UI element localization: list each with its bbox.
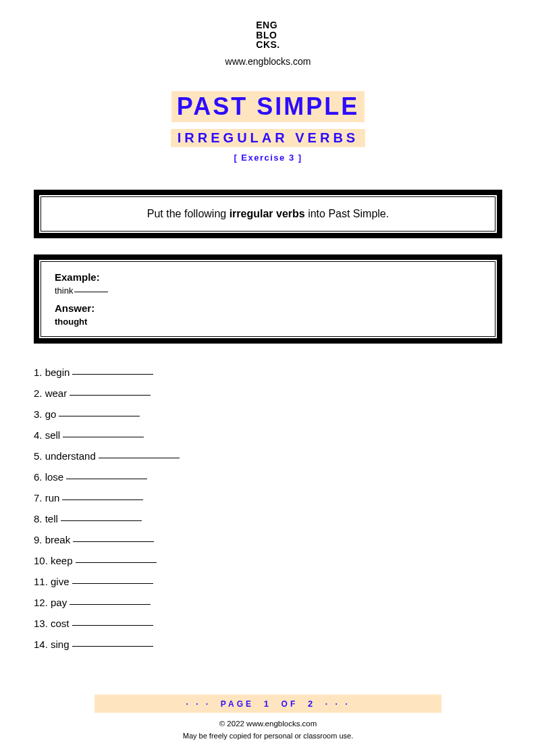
answer-blank[interactable] bbox=[70, 604, 151, 605]
title-main: PAST SIMPLE bbox=[171, 91, 365, 122]
question-number: 5. bbox=[34, 450, 45, 462]
question-word: sing bbox=[51, 639, 70, 650]
pager: · · · PAGE 1 OF 2 · · · bbox=[95, 695, 441, 713]
question-row: 5. understand bbox=[34, 450, 502, 462]
question-word: tell bbox=[45, 513, 58, 524]
question-row: 10. keep bbox=[34, 555, 502, 566]
question-number: 10. bbox=[34, 555, 51, 566]
logo: ENG BLO CKS. bbox=[256, 20, 279, 50]
question-number: 6. bbox=[34, 471, 45, 483]
question-number: 12. bbox=[34, 597, 51, 608]
instruction-bold: irregular verbs bbox=[230, 208, 305, 219]
pager-total: 2 bbox=[308, 699, 315, 709]
instruction-prefix: Put the following bbox=[147, 208, 230, 219]
question-number: 9. bbox=[34, 534, 45, 545]
question-row: 4. sell bbox=[34, 429, 502, 441]
answer-blank[interactable] bbox=[62, 500, 143, 500]
pager-dots-right: · · · bbox=[325, 699, 350, 709]
question-word: cost bbox=[51, 618, 70, 629]
question-number: 8. bbox=[34, 513, 45, 524]
pager-word-of: OF bbox=[282, 699, 298, 709]
title-sub: IRREGULAR VERBS bbox=[171, 129, 365, 147]
instruction-suffix: into Past Simple. bbox=[305, 208, 390, 219]
instruction-text: Put the following irregular verbs into P… bbox=[41, 196, 495, 232]
answer-blank[interactable] bbox=[72, 374, 153, 375]
answer-blank[interactable] bbox=[72, 583, 153, 584]
question-row: 7. run bbox=[34, 492, 502, 504]
pager-current: 1 bbox=[264, 699, 271, 709]
answer-value: thought bbox=[55, 317, 481, 327]
question-word: pay bbox=[51, 597, 67, 608]
question-row: 11. give bbox=[34, 576, 502, 587]
answer-blank[interactable] bbox=[73, 541, 154, 542]
logo-line-1: ENG bbox=[256, 20, 279, 30]
question-word: lose bbox=[45, 471, 64, 483]
answer-blank[interactable] bbox=[59, 416, 140, 416]
question-row: 8. tell bbox=[34, 513, 502, 524]
example-blank[interactable] bbox=[74, 292, 108, 292]
answer-blank[interactable] bbox=[72, 646, 153, 647]
question-number: 7. bbox=[34, 492, 45, 504]
footer: · · · PAGE 1 OF 2 · · · © 2022 www.engbl… bbox=[34, 695, 502, 740]
question-row: 12. pay bbox=[34, 597, 502, 608]
example-box: Example: think Answer: thought bbox=[34, 254, 502, 344]
exercise-label: [ Exercise 3 ] bbox=[34, 153, 502, 163]
answer-label: Answer: bbox=[55, 302, 481, 314]
answer-blank[interactable] bbox=[99, 458, 180, 458]
question-row: 3. go bbox=[34, 408, 502, 420]
question-word: wear bbox=[45, 387, 68, 399]
header: ENG BLO CKS. www.engblocks.com bbox=[34, 20, 502, 67]
answer-blank[interactable] bbox=[72, 625, 153, 626]
pager-word-page: PAGE bbox=[221, 699, 254, 709]
example-word: think bbox=[55, 286, 73, 296]
logo-dot: . bbox=[277, 39, 279, 50]
example-label: Example: bbox=[55, 271, 481, 283]
question-number: 13. bbox=[34, 618, 51, 629]
question-word: sell bbox=[45, 429, 61, 441]
question-word: break bbox=[45, 534, 71, 545]
question-word: go bbox=[45, 408, 57, 420]
copyright: © 2022 www.engblocks.com bbox=[34, 720, 502, 728]
question-number: 3. bbox=[34, 408, 45, 420]
answer-blank[interactable] bbox=[63, 437, 144, 437]
question-number: 11. bbox=[34, 576, 51, 587]
question-number: 14. bbox=[34, 639, 51, 650]
question-word: begin bbox=[45, 367, 70, 378]
answer-blank[interactable] bbox=[76, 562, 157, 563]
question-row: 13. cost bbox=[34, 618, 502, 629]
answer-blank[interactable] bbox=[61, 520, 142, 521]
question-row: 1. begin bbox=[34, 367, 502, 378]
logo-line-3: CKS. bbox=[256, 40, 279, 50]
question-row: 6. lose bbox=[34, 471, 502, 483]
question-word: understand bbox=[45, 450, 96, 462]
question-row: 9. break bbox=[34, 534, 502, 545]
question-word: run bbox=[45, 492, 60, 504]
question-word: give bbox=[51, 576, 70, 587]
logo-line-2: BLO bbox=[256, 30, 279, 40]
question-row: 2. wear bbox=[34, 387, 502, 399]
license: May be freely copied for personal or cla… bbox=[34, 732, 502, 740]
question-row: 14. sing bbox=[34, 639, 502, 650]
question-word: keep bbox=[51, 555, 73, 566]
question-number: 4. bbox=[34, 429, 45, 441]
example-line: think bbox=[55, 286, 481, 296]
pager-dots-left: · · · bbox=[186, 699, 211, 709]
instruction-box: Put the following irregular verbs into P… bbox=[34, 190, 502, 238]
questions-list: 1. begin2. wear3. go4. sell5. understand… bbox=[34, 367, 502, 650]
title-block: PAST SIMPLE IRREGULAR VERBS [ Exercise 3… bbox=[34, 91, 502, 163]
example-inner: Example: think Answer: thought bbox=[41, 261, 495, 337]
question-number: 1. bbox=[34, 367, 45, 378]
logo-line-3-text: CKS bbox=[256, 39, 277, 50]
answer-blank[interactable] bbox=[66, 479, 147, 479]
website-url: www.engblocks.com bbox=[34, 56, 502, 67]
answer-blank[interactable] bbox=[70, 395, 151, 396]
question-number: 2. bbox=[34, 387, 45, 399]
